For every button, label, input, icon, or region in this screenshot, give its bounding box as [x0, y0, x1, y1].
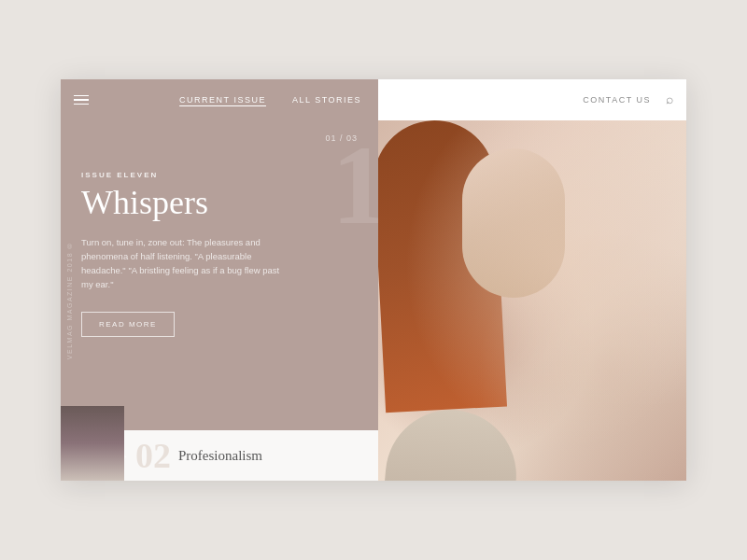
- issue-description: Turn on, tune in, zone out: The pleasure…: [81, 235, 287, 292]
- nav-current-issue[interactable]: CURRENT ISSUE: [179, 95, 266, 105]
- next-issue-title: Profesionalism: [178, 448, 262, 464]
- header-left-section: CURRENT ISSUE ALL STORIES: [61, 79, 378, 120]
- hero-photo-background: [378, 120, 686, 481]
- header-nav: CURRENT ISSUE ALL STORIES: [179, 95, 361, 105]
- issue-label: ISSUE ELEVEN: [81, 171, 358, 179]
- thumbnail-small: [61, 406, 124, 481]
- main-window: CURRENT ISSUE ALL STORIES CONTACT US ⌕ V…: [61, 79, 686, 481]
- slide-counter: 01 / 03: [81, 133, 358, 143]
- magazine-vertical-label: VELMAG MAGAZINE 2018 ®: [66, 241, 73, 359]
- search-icon[interactable]: ⌕: [666, 92, 673, 107]
- header-right-section: CONTACT US ⌕: [378, 79, 686, 120]
- nav-all-stories[interactable]: ALL STORIES: [292, 95, 361, 105]
- menu-icon[interactable]: [74, 95, 89, 105]
- main-content: VELMAG MAGAZINE 2018 ® 1 01 / 03 ISSUE E…: [61, 120, 686, 481]
- next-issue-bar[interactable]: 02 Profesionalism: [124, 430, 378, 481]
- left-panel: VELMAG MAGAZINE 2018 ® 1 01 / 03 ISSUE E…: [61, 120, 378, 481]
- next-issue-number: 02: [135, 438, 171, 473]
- issue-title: Whispers: [81, 185, 358, 222]
- skin-texture-overlay: [378, 120, 686, 481]
- thumbnail-person-bg: [61, 406, 124, 481]
- right-panel: [378, 120, 686, 481]
- header: CURRENT ISSUE ALL STORIES CONTACT US ⌕: [61, 79, 686, 120]
- read-more-button[interactable]: READ MORE: [81, 312, 175, 337]
- nav-contact[interactable]: CONTACT US: [583, 95, 651, 105]
